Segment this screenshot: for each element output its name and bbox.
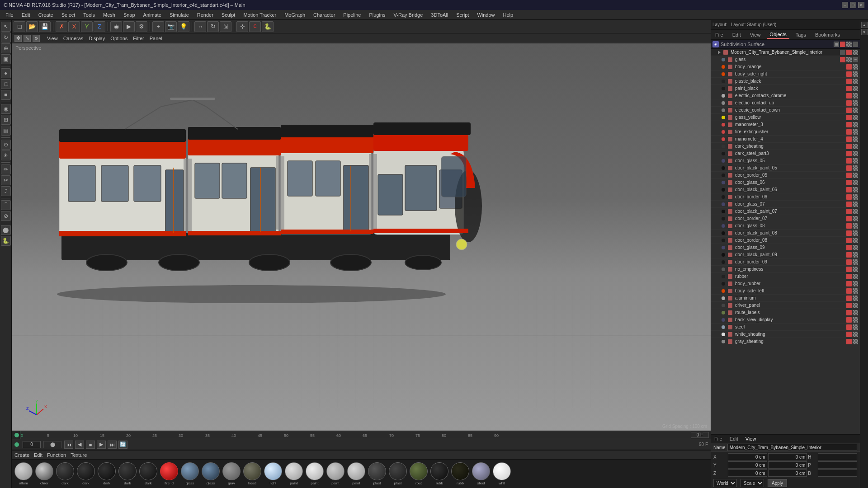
menu-motiontracker[interactable]: Motion Tracker <box>240 11 280 19</box>
timeline-track[interactable]: 0 5 10 15 20 25 30 35 40 45 50 55 60 65 … <box>20 431 691 439</box>
menu-mograph[interactable]: MoGraph <box>281 11 309 19</box>
object-list[interactable]: glass ⋯ body_orange body_side_right plas… <box>711 56 860 434</box>
material-paint4[interactable]: paint <box>347 462 365 485</box>
menu-render[interactable]: Render <box>193 11 217 19</box>
material-rubb1[interactable]: rubb <box>430 462 448 485</box>
menu-edit[interactable]: Edit <box>18 11 34 19</box>
play-reverse-btn[interactable]: ◀ <box>75 441 84 449</box>
attr-y-pos[interactable] <box>728 461 767 469</box>
attr-h-val[interactable] <box>818 453 857 460</box>
menu-animate[interactable]: Animate <box>140 11 165 19</box>
attr-b-val[interactable] <box>818 469 857 477</box>
tool-python[interactable]: 🐍 <box>1 236 11 246</box>
tool-points[interactable]: ● <box>1 68 11 78</box>
menu-3dtoall[interactable]: 3DToAll <box>427 11 452 19</box>
attr-z-pos[interactable] <box>728 469 767 477</box>
menu-mesh[interactable]: Mesh <box>99 11 119 19</box>
obj-manometer-3[interactable]: manometer_3 <box>711 121 860 128</box>
zaxis-btn[interactable]: Z <box>94 21 105 32</box>
attr-tab-file[interactable]: File <box>712 435 724 442</box>
rotate-tool-btn[interactable]: ↻ <box>207 21 219 32</box>
menu-character[interactable]: Character <box>310 11 339 19</box>
material-dark3[interactable]: dark <box>98 462 116 485</box>
obj-body-rubber[interactable]: body_rubber <box>711 280 860 287</box>
obj-driver-panel[interactable]: driver_panel <box>711 302 860 309</box>
obj-back-view[interactable]: back_view_display <box>711 316 860 324</box>
loop-btn[interactable]: 🔄 <box>118 441 127 449</box>
menu-snap[interactable]: Snap <box>120 11 139 19</box>
vp-menu-filter[interactable]: Filter <box>133 36 144 41</box>
obj-electric-contact-up[interactable]: electric_contact_up <box>711 99 860 107</box>
obj-dark-steel[interactable]: dark_steel_part3 <box>711 150 860 157</box>
tool-edges[interactable]: ⬡ <box>1 79 11 89</box>
attr-z-size[interactable] <box>768 469 807 477</box>
tool-poly[interactable]: ■ <box>1 90 11 100</box>
obj-rubber[interactable]: rubber <box>711 273 860 280</box>
play-fwd-btn[interactable]: ⏭ <box>108 441 117 449</box>
open-btn[interactable]: 📂 <box>26 21 38 32</box>
material-plast1[interactable]: plast <box>368 462 386 485</box>
obj-door-glass-06[interactable]: door_glass_06 <box>711 179 860 186</box>
tool-brush[interactable]: ✏ <box>1 164 11 174</box>
attr-x-size[interactable] <box>768 453 807 460</box>
maximize-button[interactable]: □ <box>850 2 856 8</box>
obj-steel[interactable]: steel <box>711 324 860 331</box>
obj-electric-contacts-chrome[interactable]: electric_contacts_chrome <box>711 92 860 99</box>
close-button[interactable]: × <box>858 2 864 8</box>
obj-door-glass-09[interactable]: door_glass_09 <box>711 244 860 251</box>
obj-fire-extinguisher[interactable]: fire_extinguisher <box>711 128 860 136</box>
go-start-btn[interactable]: ⏮ <box>64 441 73 449</box>
material-rout[interactable]: rout <box>410 462 428 485</box>
material-whit[interactable]: whit <box>493 462 511 485</box>
attr-name-input[interactable] <box>727 444 857 451</box>
yaxis-btn[interactable]: Y <box>81 21 93 32</box>
tool-rotate[interactable]: ↻ <box>1 33 11 42</box>
ro-btn-1[interactable]: ▲ <box>861 22 868 28</box>
coord-world-select[interactable]: World <box>713 479 737 487</box>
xaxis-btn[interactable]: X <box>68 21 80 32</box>
scale-tool-btn[interactable]: ⇲ <box>220 21 231 32</box>
obj-door-glass-08[interactable]: door_glass_08 <box>711 222 860 230</box>
material-paint2[interactable]: paint <box>306 462 324 485</box>
attr-y-size[interactable] <box>768 461 807 469</box>
obj-no-emptiness[interactable]: no_emptiness <box>711 266 860 273</box>
material-steel[interactable]: steel <box>472 462 490 485</box>
material-glass2[interactable]: glass <box>202 462 220 485</box>
menu-file[interactable]: File <box>2 11 17 19</box>
undo-btn[interactable]: ✗ <box>56 21 67 32</box>
tool-paint[interactable]: ⬤ <box>1 225 11 235</box>
vp-menu-options[interactable]: Options <box>110 36 127 41</box>
coord-scale-select[interactable]: Scale <box>741 479 764 487</box>
obj-door-glass-05[interactable]: door_glass_05 <box>711 157 860 164</box>
render-scene-btn[interactable]: ▶ <box>123 21 135 32</box>
menu-simulate[interactable]: Simulate <box>166 11 193 19</box>
attr-tab-edit[interactable]: Edit <box>728 435 740 442</box>
obj-gray-sheating[interactable]: gray_sheating <box>711 338 860 345</box>
coord-apply-button[interactable]: Apply <box>768 479 787 487</box>
start-frame-input[interactable] <box>23 441 41 448</box>
obj-manometer-4[interactable]: manometer_4 <box>711 136 860 143</box>
python-btn[interactable]: 🐍 <box>262 21 274 32</box>
obj-door-black-05[interactable]: door_black_paint_05 <box>711 164 860 172</box>
material-light[interactable]: light <box>264 462 282 485</box>
obj-door-black-07[interactable]: door_black_paint_07 <box>711 208 860 215</box>
obj-door-glass-07[interactable]: door_glass_07 <box>711 201 860 208</box>
material-glass1[interactable]: glass <box>181 462 199 485</box>
material-head[interactable]: head <box>243 462 261 485</box>
material-dark1[interactable]: dark <box>56 462 74 485</box>
mat-menu-create[interactable]: Create <box>14 452 29 458</box>
tool-magnet[interactable]: ⊘ <box>1 211 11 221</box>
obj-white-sheating[interactable]: white_sheating <box>711 331 860 338</box>
tool-camera[interactable]: ⊙ <box>1 140 11 150</box>
obj-glass-yellow[interactable]: glass_yellow <box>711 114 860 121</box>
menu-script[interactable]: Script <box>453 11 472 19</box>
material-chrom[interactable]: chror <box>35 462 53 485</box>
vp-move-icon[interactable]: ✥ <box>14 35 22 42</box>
render-settings-btn[interactable]: ⚙ <box>136 21 147 32</box>
mat-menu-texture[interactable]: Texture <box>71 452 87 458</box>
viewport-panel[interactable]: ✥ ⤡ ⚙ View Cameras Display Options Filte… <box>12 33 711 431</box>
minimize-button[interactable]: – <box>842 2 848 8</box>
window-controls[interactable]: – □ × <box>842 2 864 8</box>
om-tab-file[interactable]: File <box>712 31 726 38</box>
render-view-btn[interactable]: ◉ <box>110 21 122 32</box>
